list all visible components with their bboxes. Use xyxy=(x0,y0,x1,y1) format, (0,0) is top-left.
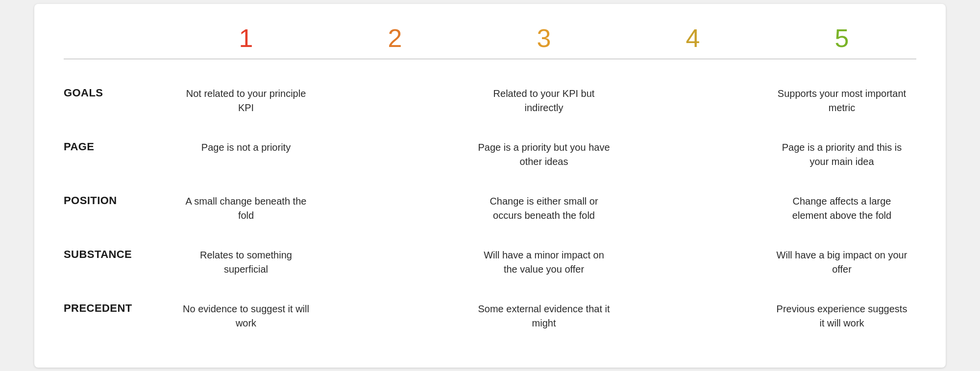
cell-substance-col5: Will have a big impact on your offer xyxy=(767,246,916,278)
cell-position-col3: Change is either small or occurs beneath… xyxy=(469,192,618,225)
cell-precedent-col1: No evidence to suggest it will work xyxy=(172,300,320,332)
cell-page-col1: Page is not a priority xyxy=(172,139,320,157)
cell-substance-col3: Will have a minor impact on the value yo… xyxy=(469,246,618,278)
cell-page-col3: Page is a priority but you have other id… xyxy=(469,139,618,171)
cell-position-col4 xyxy=(618,192,767,196)
col-num-4: 4 xyxy=(618,23,767,59)
cell-goals-col2 xyxy=(320,85,469,89)
cell-substance-col2 xyxy=(320,246,469,250)
col-num-1: 1 xyxy=(172,23,320,59)
cell-position-col5: Change affects a large element above the… xyxy=(767,192,916,225)
cell-precedent-col5: Previous experience suggests it will wor… xyxy=(767,300,916,332)
cell-page-col4 xyxy=(618,139,767,142)
cell-goals-col3: Related to your KPI but indirectly xyxy=(469,85,618,117)
cell-precedent-col3: Some external evidence that it might xyxy=(469,300,618,332)
header-divider xyxy=(64,59,916,59)
header-row: 12345 xyxy=(64,23,916,59)
table-body: GOALSNot related to your principle KPIRe… xyxy=(64,74,916,343)
cell-substance-col1: Relates to something superficial xyxy=(172,246,320,278)
col-num-2: 2 xyxy=(320,23,469,59)
col-num-5: 5 xyxy=(767,23,916,59)
row-label-goals: GOALS xyxy=(64,85,172,99)
row-goals: GOALSNot related to your principle KPIRe… xyxy=(64,74,916,128)
label-spacer xyxy=(64,23,172,59)
row-precedent: PRECEDENTNo evidence to suggest it will … xyxy=(64,289,916,343)
cell-page-col5: Page is a priority and this is your main… xyxy=(767,139,916,171)
cell-page-col2 xyxy=(320,139,469,142)
cell-precedent-col2 xyxy=(320,300,469,304)
row-label-substance: SUBSTANCE xyxy=(64,246,172,261)
row-label-page: PAGE xyxy=(64,139,172,153)
cell-precedent-col4 xyxy=(618,300,767,304)
main-card: 12345 GOALSNot related to your principle… xyxy=(34,4,946,368)
cell-substance-col4 xyxy=(618,246,767,250)
cell-position-col1: A small change beneath the fold xyxy=(172,192,320,225)
cell-goals-col5: Supports your most important metric xyxy=(767,85,916,117)
row-page: PAGEPage is not a priorityPage is a prio… xyxy=(64,128,916,182)
row-position: POSITIONA small change beneath the foldC… xyxy=(64,182,916,235)
cell-position-col2 xyxy=(320,192,469,196)
cell-goals-col1: Not related to your principle KPI xyxy=(172,85,320,117)
cell-goals-col4 xyxy=(618,85,767,89)
row-label-precedent: PRECEDENT xyxy=(64,300,172,315)
row-substance: SUBSTANCERelates to something superficia… xyxy=(64,235,916,289)
row-label-position: POSITION xyxy=(64,192,172,207)
col-num-3: 3 xyxy=(469,23,618,59)
